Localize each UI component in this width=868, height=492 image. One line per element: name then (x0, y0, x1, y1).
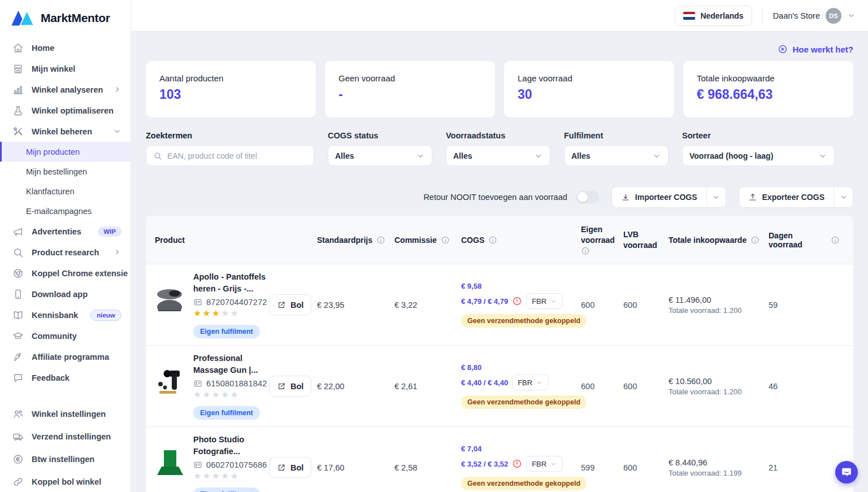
total-value-cell: € 11.496,00 Totale voorraad: 1.200 (669, 295, 769, 315)
sidebar-item-koppel-chrome-extensie[interactable]: Koppel Chrome extensie (0, 263, 131, 284)
topbar-divider (762, 7, 763, 24)
sidebar: MarktMentor Home Mijn winkel Winkel anal… (0, 0, 131, 492)
voorraadstatus-select[interactable]: Alles (446, 145, 550, 166)
sidebar-item-winkel-beheren[interactable]: Winkel beheren (0, 121, 131, 142)
retour-toggle[interactable] (576, 191, 599, 203)
fulfilment-value: Alles (571, 151, 590, 160)
brand-logo-icon (11, 9, 35, 27)
chevron-right-icon (113, 248, 121, 256)
sidebar-item-winkel-analyseren[interactable]: Winkel analyseren (0, 79, 131, 100)
search-input[interactable] (167, 151, 307, 160)
ean-row: 8720704407272 (193, 298, 267, 307)
store-icon (12, 63, 24, 75)
sidebar-item-winkel-optimaliseren[interactable]: Winkel optimaliseren (0, 100, 131, 121)
sidebar-item-download-app[interactable]: Download app (0, 284, 131, 304)
sidebar-item-advertenties[interactable]: Advertenties WIP (0, 221, 131, 242)
fulfilment-filter: Fulfilment Alles (564, 131, 669, 166)
search-filter: Zoektermen (146, 131, 314, 166)
sorteer-value: Voorraad (hoog - laag) (689, 151, 773, 160)
bol-link-button[interactable]: Bol (269, 294, 311, 315)
chevron-right-icon (113, 85, 121, 94)
import-cogs-split-button: Importeer COGS (611, 186, 726, 208)
sidebar-item-klantfacturen[interactable]: Klantfacturen (0, 181, 131, 201)
sidebar-item-mijn-producten[interactable]: Mijn producten (0, 142, 131, 162)
fulfilment-select[interactable]: Alles (564, 145, 669, 166)
product-title[interactable]: Professional Massage Gun |... (193, 352, 267, 376)
fulfilment-badge: Eigen fulfilment (193, 325, 260, 338)
commission-cell: € 3,22 (394, 301, 461, 310)
lvb-stock-cell: 600 (623, 301, 669, 310)
sidebar-item-feedback[interactable]: Feedback (0, 367, 131, 388)
sidebar-item-mijn-winkel[interactable]: Mijn winkel (0, 58, 131, 79)
fulfilment-method-select[interactable]: FBR (512, 375, 549, 390)
import-cogs-button[interactable]: Importeer COGS (612, 187, 706, 207)
upload-icon (748, 193, 757, 202)
cogs-cell: € 8,80 € 4,40 / € 4,40 FBR Geen verzendm… (461, 363, 581, 409)
brand-logo[interactable]: MarktMentor (0, 0, 131, 35)
sidebar-item-winkel-instellingen[interactable]: Winkel instellingen (0, 403, 131, 425)
product-title[interactable]: Photo Studio Fotografie... (193, 434, 267, 458)
phone-icon (12, 289, 24, 300)
warning-icon[interactable] (512, 296, 522, 306)
sidebar-item-kennisbank[interactable]: Kennisbank nieuw (0, 304, 131, 325)
rocket-icon (12, 351, 24, 363)
total-value: € 11.496,00 (669, 295, 769, 304)
sidebar-item-btw-instellingen[interactable]: Btw instellingen (0, 448, 131, 471)
bol-link-button[interactable]: Bol (269, 376, 311, 397)
export-cogs-dropdown[interactable] (834, 187, 853, 207)
flask-icon (12, 105, 24, 116)
chevron-down-icon (550, 298, 557, 305)
sidebar-item-label: Verzend instellingen (32, 432, 111, 441)
account-menu[interactable]: Daan's Store DS (773, 8, 856, 24)
sidebar-item-emailcampagnes[interactable]: E-mailcampagnes (0, 201, 131, 221)
sidebar-item-koppel-bol-winkel[interactable]: Koppel bol winkel (0, 471, 131, 492)
bol-link-button[interactable]: Bol (269, 457, 311, 478)
info-icon[interactable] (581, 246, 590, 255)
cogs-split-value[interactable]: € 4,40 / € 4,40 (461, 378, 508, 387)
info-icon[interactable] (376, 236, 385, 245)
chat-widget-button[interactable] (835, 461, 858, 484)
product-cell: Photo Studio Fotografie... 0602701075686… (155, 434, 269, 492)
sidebar-item-mijn-bestellingen[interactable]: Mijn bestellingen (0, 162, 131, 181)
col-header-lvb-voorraad: LVB voorraad (623, 230, 669, 250)
product-title[interactable]: Apollo - Pantoffels heren - Grijs -... (193, 271, 267, 295)
cogs-total[interactable]: € 8,80 (461, 363, 581, 372)
rating-stars: ★★★★★ (193, 308, 267, 319)
chevron-down-icon (839, 193, 848, 202)
sidebar-item-verzend-instellingen[interactable]: Verzend instellingen (0, 425, 131, 448)
price-cell: € 22,00 (317, 382, 394, 391)
info-icon[interactable] (441, 236, 450, 245)
search-label: Zoektermen (146, 131, 314, 140)
days-stock-cell: 21 (769, 463, 844, 472)
info-icon[interactable] (750, 236, 760, 245)
export-cogs-button[interactable]: Exporteer COGS (739, 187, 834, 207)
sorteer-select[interactable]: Voorraad (hoog - laag) (682, 145, 835, 166)
info-icon[interactable] (488, 236, 497, 245)
cogs-split-value[interactable]: € 3,52 / € 3,52 (461, 460, 508, 468)
table-row: Photo Studio Fotografie... 0602701075686… (146, 427, 853, 492)
product-ean: 6150801881842 (206, 379, 267, 388)
cogs-status-select[interactable]: Alles (328, 145, 432, 166)
cogs-total[interactable]: € 7,04 (461, 445, 581, 453)
sidebar-item-product-research[interactable]: Product research (0, 242, 131, 263)
cogs-total[interactable]: € 9,58 (461, 282, 581, 290)
stat-card-lage-voorraad: Lage voorraad 30 (504, 61, 674, 117)
chat-bubble-icon (12, 372, 24, 384)
info-icon[interactable] (831, 236, 840, 245)
stat-card-totale-inkoopwaarde: Totale inkoopwaarde € 968.664,63 (683, 61, 853, 117)
col-header-product: Product (155, 236, 269, 245)
warning-icon[interactable] (512, 459, 522, 469)
import-cogs-dropdown[interactable] (706, 187, 726, 207)
language-selector[interactable]: Nederlands (675, 6, 752, 26)
rating-stars: ★★★★★ (193, 471, 267, 482)
how-it-works-link[interactable]: Hoe werkt het? (778, 44, 853, 54)
stat-card-aantal-producten: Aantal producten 103 (146, 61, 316, 117)
cogs-split-value[interactable]: € 4,79 / € 4,79 (461, 297, 508, 306)
sidebar-item-label: Advertenties (32, 227, 81, 236)
sidebar-item-community[interactable]: Community (0, 325, 131, 346)
fulfilment-method-select[interactable]: FBR (526, 293, 563, 309)
sidebar-item-affiliate-programma[interactable]: Affiliate programma (0, 346, 131, 367)
sidebar-item-home[interactable]: Home (0, 37, 131, 58)
product-ean: 0602701075686 (206, 460, 267, 469)
fulfilment-method-select[interactable]: FBR (526, 456, 563, 472)
